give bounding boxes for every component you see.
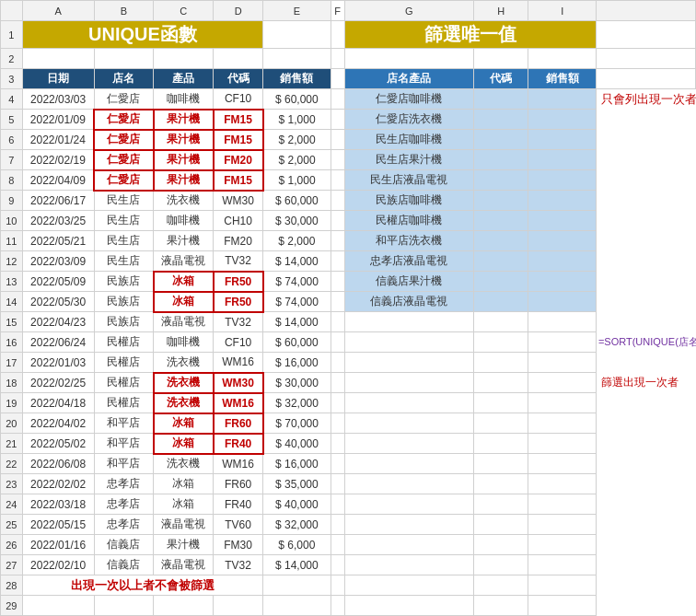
data-row-25: 25 2022/05/15 忠孝店 液晶電視 TV60 $ 32,000 xyxy=(1,515,696,535)
right-header-sales: 銷售額 xyxy=(528,69,596,89)
right-header-store-product: 店名產品 xyxy=(344,69,473,89)
header-date: 日期 xyxy=(22,69,94,89)
data-row-12: 12 2022/03/09 民生店 液晶電視 TV32 $ 14,000 忠孝店… xyxy=(1,251,696,272)
header-code: 代碼 xyxy=(214,69,263,89)
data-row-27: 27 2022/02/10 信義店 液晶電視 TV32 $ 14,000 xyxy=(1,555,696,575)
data-row-22: 22 2022/06/08 和平店 洗衣機 WM16 $ 16,000 xyxy=(1,454,696,474)
data-row-10: 10 2022/03/25 民生店 咖啡機 CH10 $ 30,000 民權店咖… xyxy=(1,211,696,231)
data-header-row: 3 日期 店名 產品 代碼 銷售額 店名產品 代碼 銷售額 xyxy=(1,69,696,89)
data-row-29: 29 xyxy=(1,596,696,616)
data-row-28: 28 出現一次以上者不會被篩選 xyxy=(1,575,696,596)
header-product: 產品 xyxy=(154,69,214,89)
col-g-header: G xyxy=(344,1,473,21)
data-row-4: 4 2022/03/03 仁愛店 咖啡機 CF10 $ 60,000 仁愛店咖啡… xyxy=(1,89,696,110)
bottom-note: 出現一次以上者不會被篩選 xyxy=(22,575,262,596)
right-header-code: 代碼 xyxy=(474,69,528,89)
corner-cell xyxy=(1,1,23,21)
data-row-11: 11 2022/05/21 民生店 果汁機 FM20 $ 2,000 和平店洗衣… xyxy=(1,231,696,251)
header-sales: 銷售額 xyxy=(263,69,331,89)
col-j-header xyxy=(596,1,695,21)
row-1-header: 1 xyxy=(1,21,23,49)
data-row-18: 18 2022/02/25 民權店 洗衣機 WM30 $ 30,000 篩選出現… xyxy=(1,373,696,393)
col-c-header: C xyxy=(154,1,214,21)
col-h-header: H xyxy=(474,1,528,21)
col-i-header: I xyxy=(528,1,596,21)
data-row-5: 5 2022/01/09 仁愛店 果汁機 FM15 $ 1,000 仁愛店洗衣機 xyxy=(1,110,696,130)
header-store: 店名 xyxy=(94,69,154,89)
row-2: 2 xyxy=(1,49,696,69)
data-row-20: 20 2022/04/02 和平店 冰箱 FR60 $ 70,000 xyxy=(1,413,696,434)
data-row-15: 15 2022/04/23 民族店 液晶電視 TV32 $ 14,000 xyxy=(1,312,696,332)
data-row-7: 7 2022/02/19 仁愛店 果汁機 FM20 $ 2,000 民生店果汁機 xyxy=(1,150,696,170)
spreadsheet: A B C D E F G H I 1 UNIQUE函數 篩選唯一值 2 3 日… xyxy=(0,0,696,616)
col-f-header: F xyxy=(331,1,344,21)
data-row-6: 6 2022/01/24 仁愛店 果汁機 FM15 $ 2,000 民生店咖啡機 xyxy=(1,130,696,150)
data-row-21: 21 2022/05/02 和平店 冰箱 FR40 $ 40,000 xyxy=(1,434,696,454)
title-right: 篩選唯一值 xyxy=(344,21,596,49)
col-e-header: E xyxy=(263,1,331,21)
data-row-17: 17 2022/01/03 民權店 洗衣機 WM16 $ 16,000 xyxy=(1,353,696,373)
col-header-row: A B C D E F G H I xyxy=(1,1,696,21)
data-row-24: 24 2022/03/18 忠孝店 冰箱 FR40 $ 40,000 xyxy=(1,494,696,515)
data-row-13: 13 2022/05/09 民族店 冰箱 FR50 $ 74,000 信義店果汁… xyxy=(1,272,696,292)
data-row-9: 9 2022/06/17 民生店 洗衣機 WM30 $ 60,000 民族店咖啡… xyxy=(1,191,696,211)
data-row-23: 23 2022/02/02 忠孝店 冰箱 FR60 $ 35,000 xyxy=(1,474,696,494)
data-row-14: 14 2022/05/30 民族店 冰箱 FR50 $ 74,000 信義店液晶… xyxy=(1,292,696,312)
data-row-8: 8 2022/04/09 仁愛店 果汁機 FM15 $ 1,000 民生店液晶電… xyxy=(1,170,696,191)
col-b-header: B xyxy=(94,1,154,21)
title-left: UNIQUE函數 xyxy=(22,21,262,49)
data-row-19: 19 2022/04/18 民權店 洗衣機 WM16 $ 32,000 xyxy=(1,393,696,413)
data-row-16: 16 2022/06/24 民權店 咖啡機 CF10 $ 60,000 =SOR… xyxy=(1,332,696,353)
col-d-header: D xyxy=(214,1,263,21)
data-row-26: 26 2022/01/16 信義店 果汁機 FM30 $ 6,000 xyxy=(1,535,696,555)
col-a-header: A xyxy=(22,1,94,21)
title-row: 1 UNIQUE函數 篩選唯一值 xyxy=(1,21,696,49)
